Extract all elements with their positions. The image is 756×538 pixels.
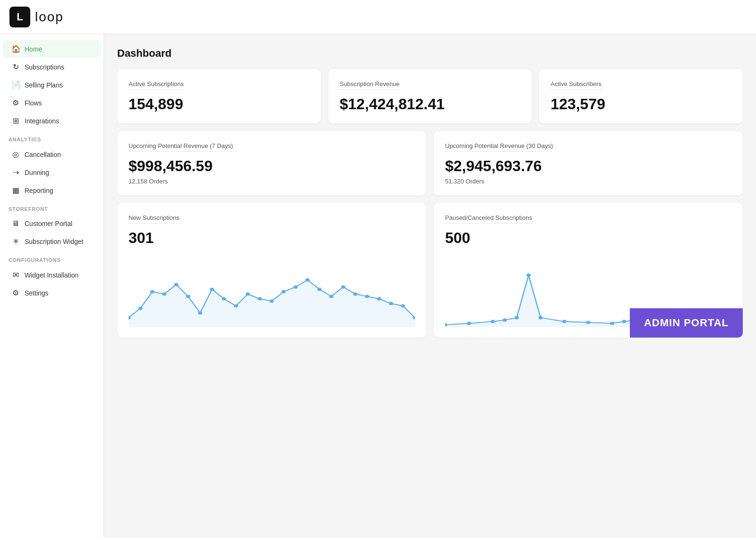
chart-card-paused-canceled: Paused/Canceled Subscriptions 500 <box>434 203 743 338</box>
svg-point-16 <box>318 288 322 291</box>
new-subscriptions-chart <box>129 252 415 327</box>
svg-point-11 <box>258 297 262 301</box>
svg-point-10 <box>246 293 250 296</box>
svg-point-1 <box>138 307 143 310</box>
sidebar-item-label: Cancellation <box>25 151 61 158</box>
svg-point-34 <box>610 322 614 325</box>
revenue-cards-row: Upcoming Potential Revenue (7 Days) $998… <box>117 131 743 195</box>
svg-point-6 <box>198 312 202 315</box>
admin-portal-banner: ADMIN PORTAL <box>630 308 743 338</box>
svg-point-17 <box>329 295 334 298</box>
sidebar-item-label: Flows <box>25 99 42 107</box>
revenue-card-value: $998,456.59 <box>129 157 415 175</box>
svg-point-26 <box>467 322 471 325</box>
svg-point-35 <box>622 320 626 323</box>
sidebar-item-integrations[interactable]: ⊞ Integrations <box>3 112 101 130</box>
subscription-widget-icon: ✳ <box>11 237 20 246</box>
stat-card-label: Subscription Revenue <box>340 80 400 90</box>
main-content: Dashboard Active Subscriptions 154,899 S… <box>104 34 756 538</box>
svg-point-14 <box>293 286 298 289</box>
home-icon: 🏠 <box>11 44 20 53</box>
revenue-card-sub: 51,320 Orders <box>445 178 731 185</box>
storefront-section-label: STOREFRONT <box>0 200 103 215</box>
svg-point-32 <box>562 320 567 323</box>
widget-installation-icon: ✉ <box>11 270 20 279</box>
svg-point-2 <box>150 290 155 294</box>
stat-card-value: 123,579 <box>550 95 731 113</box>
stat-card-active-subscriptions: Active Subscriptions 154,899 <box>117 69 321 123</box>
stat-cards-row: Active Subscriptions 154,899 Subscriptio… <box>117 69 743 123</box>
sidebar-item-label: Integrations <box>25 117 59 125</box>
customer-portal-icon: 🖥 <box>11 219 20 228</box>
revenue-card-7days: Upcoming Potential Revenue (7 Days) $998… <box>117 131 426 195</box>
sidebar-item-flows[interactable]: ⚙ Flows <box>3 94 101 112</box>
sidebar-item-subscriptions[interactable]: ↻ Subscriptions <box>3 58 101 76</box>
sidebar: 🏠 Home ↻ Subscriptions 📄 Selling Plans ⚙… <box>0 34 104 538</box>
svg-point-30 <box>526 274 531 277</box>
sidebar-item-widget-installation[interactable]: ✉ Widget Installation <box>3 266 101 284</box>
svg-point-5 <box>186 295 190 298</box>
sidebar-item-label: Dunning <box>25 169 49 176</box>
logo-text: loop <box>35 9 64 25</box>
sidebar-item-label: Customer Portal <box>25 220 72 227</box>
sidebar-item-cancellation[interactable]: ◎ Cancellation <box>3 146 101 163</box>
svg-point-22 <box>389 302 393 305</box>
stat-card-active-subscribers: Active Subscribers 123,579 <box>539 69 743 123</box>
chart-card-new-subscriptions: New Subscriptions 301 <box>117 203 426 338</box>
svg-point-28 <box>503 319 507 322</box>
svg-point-19 <box>353 293 357 296</box>
subscriptions-icon: ↻ <box>11 62 20 71</box>
svg-point-27 <box>491 320 495 323</box>
svg-point-3 <box>162 293 166 296</box>
chart-card-label: New Subscriptions <box>129 214 180 224</box>
revenue-card-30days: Upcoming Potential Revenue (30 Days) $2,… <box>434 131 743 195</box>
svg-point-15 <box>305 278 309 282</box>
stat-card-value: $12,424,812.41 <box>340 95 521 113</box>
svg-point-33 <box>586 321 591 324</box>
sidebar-item-label: Settings <box>25 289 49 297</box>
dunning-icon: ⇢ <box>11 168 20 177</box>
selling-plans-icon: 📄 <box>11 80 20 89</box>
revenue-card-label: Upcoming Potential Revenue (30 Days) <box>445 142 553 152</box>
revenue-card-label: Upcoming Potential Revenue (7 Days) <box>129 142 233 152</box>
sidebar-item-customer-portal[interactable]: 🖥 Customer Portal <box>3 215 101 232</box>
sidebar-item-selling-plans[interactable]: 📄 Selling Plans <box>3 76 101 94</box>
sidebar-item-home[interactable]: 🏠 Home <box>3 40 101 58</box>
sidebar-item-settings[interactable]: ⚙ Settings <box>3 284 101 302</box>
revenue-card-value: $2,945,693.76 <box>445 157 731 175</box>
stat-card-value: 154,899 <box>129 95 309 113</box>
svg-point-12 <box>270 300 274 303</box>
svg-point-21 <box>377 297 381 301</box>
flows-icon: ⚙ <box>11 98 20 107</box>
analytics-section-label: ANALYTICS <box>0 130 103 145</box>
svg-point-4 <box>174 283 179 286</box>
layout: 🏠 Home ↻ Subscriptions 📄 Selling Plans ⚙… <box>0 34 756 538</box>
svg-point-7 <box>210 288 214 291</box>
sidebar-item-dunning[interactable]: ⇢ Dunning <box>3 164 101 181</box>
configurations-section-label: CONFIGURATIONS <box>0 251 103 266</box>
svg-point-23 <box>401 304 405 308</box>
stat-card-label: Active Subscribers <box>550 80 601 90</box>
svg-point-31 <box>539 316 543 320</box>
sidebar-item-reporting[interactable]: ▦ Reporting <box>3 182 101 199</box>
sidebar-item-label: Reporting <box>25 187 53 194</box>
chart-card-value: 301 <box>129 229 415 247</box>
page-title: Dashboard <box>117 47 743 60</box>
topbar: L loop <box>0 0 756 34</box>
stat-card-subscription-revenue: Subscription Revenue $12,424,812.41 <box>328 69 532 123</box>
revenue-card-sub: 12,158 Orders <box>129 178 415 185</box>
sidebar-item-label: Subscriptions <box>25 63 64 71</box>
svg-point-8 <box>222 297 226 301</box>
sidebar-item-label: Selling Plans <box>25 81 63 89</box>
sidebar-item-label: Widget Installation <box>25 271 78 279</box>
svg-point-13 <box>282 290 286 294</box>
settings-icon: ⚙ <box>11 288 20 297</box>
chart-cards-row: New Subscriptions 301 <box>117 203 743 338</box>
sidebar-item-label: Home <box>25 45 42 53</box>
integrations-icon: ⊞ <box>11 116 20 125</box>
svg-point-29 <box>515 316 519 320</box>
chart-card-value: 500 <box>445 229 731 247</box>
sidebar-item-subscription-widget[interactable]: ✳ Subscription Widget <box>3 233 101 250</box>
reporting-icon: ▦ <box>11 186 20 195</box>
stat-card-label: Active Subscriptions <box>129 80 184 90</box>
